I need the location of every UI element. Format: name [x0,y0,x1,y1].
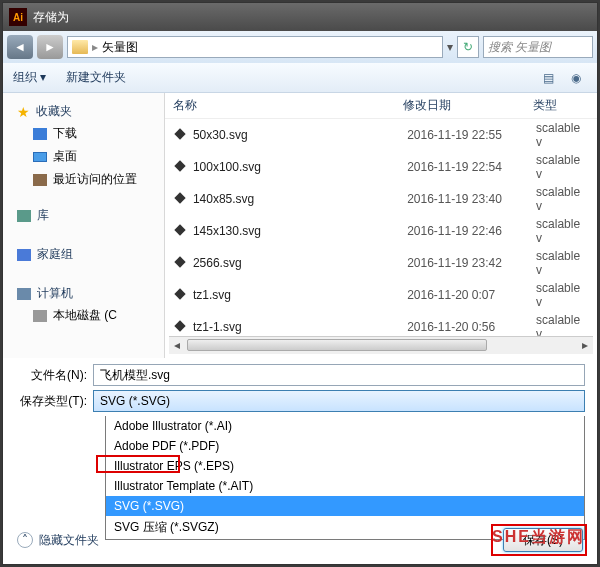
file-row[interactable]: 140x85.svg2016-11-19 23:40scalable v [165,183,597,215]
download-icon [33,128,47,140]
file-name: 145x130.svg [193,224,407,238]
file-type: scalable v [536,249,589,277]
breadcrumb[interactable]: ▸ 矢量图 [67,36,443,58]
file-row[interactable]: 100x100.svg2016-11-19 22:54scalable v [165,151,597,183]
file-date: 2016-11-20 0:07 [407,288,536,302]
recent-icon [33,174,47,186]
file-panel: 名称 修改日期 类型 50x30.svg2016-11-19 22:55scal… [165,93,597,358]
svg-file-icon [173,288,187,302]
file-date: 2016-11-19 23:40 [407,192,536,206]
hide-folders-toggle[interactable]: ˄ 隐藏文件夹 [17,532,99,549]
file-type: scalable v [536,313,589,336]
window-title: 存储为 [33,9,69,26]
save-as-dialog: Ai 存储为 ◄ ► ▸ 矢量图 ▾ ↻ 搜索 矢量图 组织 ▾ 新建文件夹 ▤… [2,2,598,565]
filetype-option[interactable]: Illustrator Template (*.AIT) [106,476,584,496]
file-date: 2016-11-19 22:55 [407,128,536,142]
file-date: 2016-11-20 0:56 [407,320,536,334]
sidebar-computer[interactable]: 计算机 [3,279,164,304]
sidebar-item-recent[interactable]: 最近访问的位置 [3,168,164,191]
column-headers[interactable]: 名称 修改日期 类型 [165,93,597,119]
filetype-option[interactable]: Illustrator EPS (*.EPS) [106,456,584,476]
file-name: 50x30.svg [193,128,407,142]
library-icon [17,210,31,222]
newfolder-button[interactable]: 新建文件夹 [66,69,126,86]
scrollbar-horizontal[interactable]: ◂ ▸ [169,336,593,354]
filename-label: 文件名(N): [15,367,93,384]
titlebar: Ai 存储为 [3,3,597,31]
file-list: 50x30.svg2016-11-19 22:55scalable v100x1… [165,119,597,336]
filetype-dropdown[interactable]: SVG (*.SVG) [93,390,585,412]
app-icon: Ai [9,8,27,26]
computer-icon [17,288,31,300]
filename-input[interactable]: 飞机模型.svg [93,364,585,386]
file-date: 2016-11-19 22:46 [407,224,536,238]
refresh-button[interactable]: ↻ [457,36,479,58]
col-name[interactable]: 名称 [173,97,403,114]
file-name: tz1-1.svg [193,320,407,334]
scroll-right-icon[interactable]: ▸ [577,337,593,353]
footer: ˄ 隐藏文件夹 保存(S) [3,522,597,558]
organize-button[interactable]: 组织 ▾ [13,69,46,86]
file-name: tz1.svg [193,288,407,302]
star-icon: ★ [17,104,30,120]
col-type[interactable]: 类型 [533,97,557,114]
forward-button[interactable]: ► [37,35,63,59]
file-row[interactable]: tz1-1.svg2016-11-20 0:56scalable v [165,311,597,336]
chevron-right-icon: ▸ [92,40,98,54]
svg-file-icon [173,320,187,334]
svg-file-icon [173,256,187,270]
back-button[interactable]: ◄ [7,35,33,59]
save-button[interactable]: 保存(S) [503,528,583,552]
sidebar-homegroup[interactable]: 家庭组 [3,240,164,265]
save-fields: 文件名(N): 飞机模型.svg 保存类型(T): SVG (*.SVG) Ad… [3,358,597,546]
file-date: 2016-11-19 22:54 [407,160,536,174]
svg-file-icon [173,160,187,174]
sidebar-favorites[interactable]: ★收藏夹 [3,97,164,122]
homegroup-icon [17,249,31,261]
col-date[interactable]: 修改日期 [403,97,533,114]
file-type: scalable v [536,281,589,309]
svg-file-icon [173,224,187,238]
file-name: 140x85.svg [193,192,407,206]
file-type: scalable v [536,153,589,181]
sidebar-item-desktop[interactable]: 桌面 [3,145,164,168]
desktop-icon [33,152,47,162]
file-name: 2566.svg [193,256,407,270]
drive-icon [33,310,47,322]
sidebar-library[interactable]: 库 [3,201,164,226]
scroll-thumb[interactable] [187,339,487,351]
file-row[interactable]: tz1.svg2016-11-20 0:07scalable v [165,279,597,311]
svg-file-icon [173,128,187,142]
file-row[interactable]: 50x30.svg2016-11-19 22:55scalable v [165,119,597,151]
search-input[interactable]: 搜索 矢量图 [483,36,593,58]
filetype-option[interactable]: Adobe PDF (*.PDF) [106,436,584,456]
sidebar-item-downloads[interactable]: 下载 [3,122,164,145]
folder-icon [72,40,88,54]
chevron-up-icon: ˄ [17,532,33,548]
scroll-left-icon[interactable]: ◂ [169,337,185,353]
file-date: 2016-11-19 23:42 [407,256,536,270]
view-icon[interactable]: ▤ [537,67,559,89]
sidebar-item-drive[interactable]: 本地磁盘 (C [3,304,164,327]
svg-file-icon [173,192,187,206]
help-icon[interactable]: ◉ [565,67,587,89]
file-type: scalable v [536,217,589,245]
file-type: scalable v [536,121,589,149]
address-bar: ◄ ► ▸ 矢量图 ▾ ↻ 搜索 矢量图 [3,31,597,63]
filetype-option[interactable]: SVG (*.SVG) [106,496,584,516]
file-row[interactable]: 145x130.svg2016-11-19 22:46scalable v [165,215,597,247]
sidebar: ★收藏夹 下载 桌面 最近访问的位置 库 家庭组 计算机 本地磁盘 (C [3,93,165,358]
filetype-option[interactable]: Adobe Illustrator (*.AI) [106,416,584,436]
toolbar: 组织 ▾ 新建文件夹 ▤ ◉ [3,63,597,93]
file-type: scalable v [536,185,589,213]
file-row[interactable]: 2566.svg2016-11-19 23:42scalable v [165,247,597,279]
filetype-label: 保存类型(T): [15,393,93,410]
breadcrumb-folder[interactable]: 矢量图 [102,39,138,56]
file-name: 100x100.svg [193,160,407,174]
